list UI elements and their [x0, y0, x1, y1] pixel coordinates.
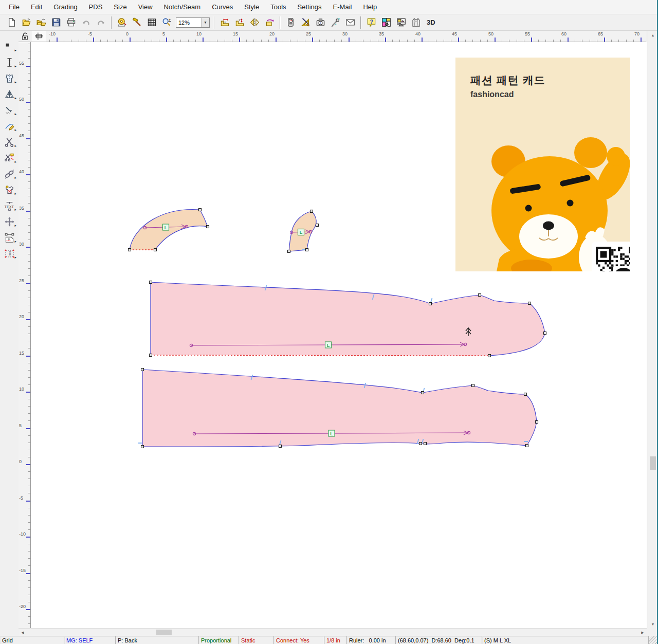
- menu-email[interactable]: E-Mail: [327, 1, 358, 13]
- menu-help[interactable]: Help: [357, 1, 382, 13]
- page-setup-button[interactable]: [31, 31, 46, 42]
- banner-title: 패션 패턴 캐드: [470, 73, 545, 87]
- bodice-icon: [4, 73, 15, 84]
- ruler-label: 60: [561, 31, 568, 36]
- menu-notch-seam[interactable]: Notch/Seam: [158, 1, 207, 13]
- ruler-tick: [611, 40, 612, 42]
- print-button[interactable]: [64, 16, 78, 29]
- move-tool[interactable]: ▸: [2, 214, 17, 229]
- link-tool[interactable]: ▸: [2, 167, 17, 181]
- zoom-level-select[interactable]: 12%▼: [176, 17, 210, 28]
- ruler-tick: [385, 38, 386, 42]
- ruler-tick: [28, 508, 30, 508]
- copy-offset-tool[interactable]: ▸: [2, 230, 17, 245]
- ruler-tick: [28, 240, 30, 240]
- measure-line-tool[interactable]: ▸: [2, 55, 17, 70]
- select-tool[interactable]: ▸: [2, 39, 17, 54]
- ruler-tick: [28, 58, 30, 59]
- camera-button[interactable]: [314, 16, 327, 29]
- scale-xy-tool[interactable]: XY▸: [2, 246, 17, 261]
- redo-button[interactable]: [94, 16, 108, 29]
- ruler-tick: [465, 40, 466, 42]
- scroll-right-arrow[interactable]: ▶: [638, 629, 647, 636]
- menu-edit[interactable]: Edit: [25, 1, 48, 13]
- ruler-lock-button[interactable]: [19, 31, 31, 42]
- menu-tools[interactable]: Tools: [265, 1, 291, 13]
- ruler-tick: [28, 602, 30, 602]
- vertical-scrollbar[interactable]: ▲ ▼: [648, 31, 657, 628]
- svg-text:Y: Y: [9, 253, 11, 257]
- zoom-icon: ±: [162, 17, 172, 27]
- hammer-button[interactable]: [130, 16, 144, 29]
- menu-settings[interactable]: Settings: [292, 1, 327, 13]
- shirt-check-icon: [4, 185, 15, 195]
- ruler-tick: [575, 40, 575, 42]
- flyout-arrow-icon: ▸: [14, 224, 16, 227]
- ruler-panel: Ruler: 0.00 in: [347, 636, 396, 644]
- ruler-tick: [28, 595, 30, 595]
- ruler-tick: [538, 40, 539, 42]
- 3d-mode-button[interactable]: 3D: [427, 19, 435, 26]
- menu-size[interactable]: Size: [108, 1, 132, 13]
- flyout-arrow-icon: ▸: [14, 144, 16, 148]
- ruler-tick: [26, 247, 30, 248]
- resize-grip[interactable]: [649, 636, 657, 644]
- garment-3d-button[interactable]: [409, 16, 423, 29]
- ruler-label: 40: [19, 169, 24, 174]
- ruler-tick: [582, 40, 582, 42]
- display-pattern-button[interactable]: [394, 16, 408, 29]
- cut-piece-tool[interactable]: ▸: [2, 151, 17, 165]
- menu-style[interactable]: Style: [239, 1, 265, 13]
- menu-curves[interactable]: Curves: [206, 1, 239, 13]
- gauge-button[interactable]: [284, 16, 298, 29]
- rotate-button[interactable]: [263, 16, 277, 29]
- pattern-piece-tool[interactable]: ▸: [2, 71, 17, 86]
- ruler-tick: [130, 38, 131, 42]
- undo-button[interactable]: [79, 16, 93, 29]
- mirror-button[interactable]: [248, 16, 262, 29]
- text-tool[interactable]: TEXT▸: [2, 198, 17, 213]
- grid-table-button[interactable]: [145, 16, 159, 29]
- notch-tool[interactable]: ▸: [2, 103, 17, 118]
- flyout-arrow-icon: ▸: [14, 80, 16, 84]
- measure-tape-button[interactable]: [115, 16, 129, 29]
- flare-tool[interactable]: ▸: [2, 87, 17, 102]
- help-button[interactable]: ?: [364, 16, 378, 29]
- marker-layout-button[interactable]: [379, 16, 393, 29]
- canvas[interactable]: LLLL 패션 패턴 캐드 fashioncad: [31, 42, 647, 628]
- mirror-icon: [250, 17, 260, 27]
- ruler-label: 50: [19, 97, 24, 102]
- email-button[interactable]: [343, 16, 357, 29]
- print-icon: [66, 17, 76, 27]
- ruler-tick: [531, 38, 532, 42]
- menu-pds[interactable]: PDS: [83, 1, 108, 13]
- horizontal-scroll-thumb[interactable]: [156, 630, 172, 635]
- curve-pencil-tool[interactable]: ▸: [2, 119, 17, 134]
- digitizer-button[interactable]: [328, 16, 342, 29]
- scroll-up-arrow[interactable]: ▲: [648, 31, 657, 39]
- ruler-tick: [26, 392, 30, 393]
- static-panel: Static: [239, 636, 274, 644]
- set-square-button[interactable]: [299, 16, 313, 29]
- flip-y-button[interactable]: y: [233, 16, 247, 29]
- menu-file[interactable]: File: [3, 1, 25, 13]
- scroll-down-arrow[interactable]: ▼: [648, 620, 657, 628]
- vertical-scroll-thumb[interactable]: [650, 456, 656, 470]
- ruler-tick: [28, 153, 30, 153]
- open-button[interactable]: [20, 16, 33, 29]
- zoom-button[interactable]: ±: [160, 16, 174, 29]
- new-document-button[interactable]: [5, 16, 19, 29]
- scissors-tool[interactable]: ▸: [2, 135, 17, 150]
- open-multiple-button[interactable]: [34, 16, 48, 29]
- scroll-left-arrow[interactable]: ◀: [19, 629, 27, 636]
- garment-check-tool[interactable]: ▸: [2, 182, 17, 197]
- horizontal-scrollbar[interactable]: ◀ ▶: [19, 628, 647, 636]
- ruler-label: 30: [19, 242, 24, 247]
- menu-grading[interactable]: Grading: [48, 1, 83, 13]
- flip-x-button[interactable]: x: [218, 16, 232, 29]
- ruler-label: 15: [233, 31, 239, 36]
- menu-view[interactable]: View: [133, 1, 158, 13]
- dropdown-arrow-icon[interactable]: ▼: [201, 18, 209, 27]
- save-button[interactable]: [49, 16, 63, 29]
- ruler-tick: [28, 341, 30, 341]
